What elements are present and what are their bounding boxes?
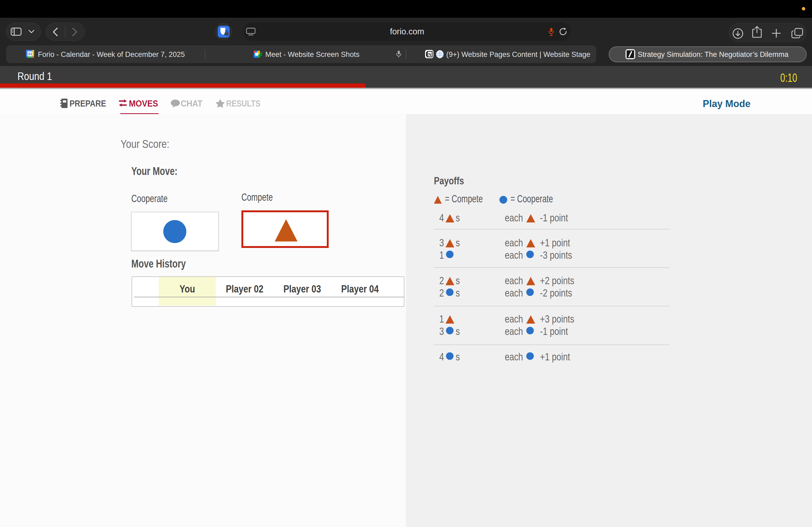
svg-text:N: N (428, 52, 432, 57)
svg-text:31: 31 (28, 51, 32, 56)
